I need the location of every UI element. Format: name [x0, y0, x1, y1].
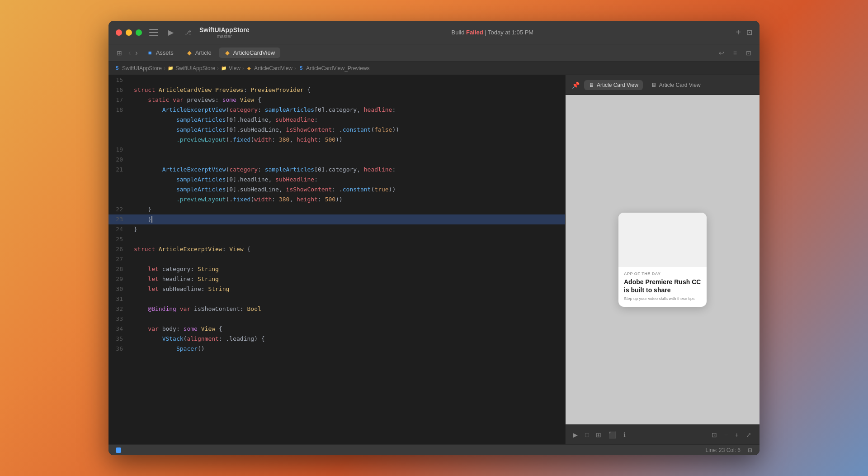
split-editor-button[interactable]: ⊡ — [746, 28, 752, 37]
zoom-out-button[interactable]: − — [722, 430, 731, 439]
inspector-icon-button[interactable]: ⊡ — [743, 48, 754, 57]
line-num-18c — [108, 125, 130, 135]
line-content-18d: .previewLayout(.fixed(width: 380, height… — [130, 135, 565, 145]
line-content-27 — [130, 254, 565, 264]
assets-tab-label: Assets — [156, 49, 174, 56]
traffic-lights — [116, 29, 142, 36]
live-preview-button[interactable]: ▶ — [571, 429, 580, 440]
line-num-30: 30 — [108, 284, 130, 294]
navigator-icon-button[interactable]: ⊞ — [114, 48, 125, 57]
line-content-35: VStack(alignment: .leading) { — [130, 334, 565, 344]
article-tab-icon: ◆ — [186, 50, 193, 56]
line-content-33 — [130, 314, 565, 324]
code-line-35: 35 VStack(alignment: .leading) { — [108, 334, 565, 344]
line-num-25: 25 — [108, 234, 130, 244]
code-editor[interactable]: 15 16 struct ArticleCardView_Previews: P… — [108, 75, 565, 444]
article-tab-label: Article — [195, 49, 212, 56]
zoom-full-button[interactable]: ⤢ — [743, 430, 754, 439]
line-content-21d: .previewLayout(.fixed(width: 380, height… — [130, 195, 565, 205]
project-name-label: SwiftUIAppStore — [199, 26, 249, 33]
line-num-21c — [108, 185, 130, 195]
preview-tab-2-icon: 🖥 — [651, 82, 656, 88]
code-line-27: 27 — [108, 254, 565, 264]
line-num-21: 21 — [108, 165, 130, 175]
pin-button[interactable]: 📌 — [571, 81, 580, 90]
line-num-29: 29 — [108, 274, 130, 284]
close-button[interactable] — [116, 29, 122, 36]
code-line-23: 23 } — [108, 214, 565, 224]
tab-assets[interactable]: ■ Assets — [142, 48, 179, 58]
breadcrumb-bar: S SwiftUIAppStore › 📁 SwiftUIAppStore › … — [108, 62, 760, 75]
bc-sep-4: › — [294, 65, 296, 71]
minimize-button[interactable] — [126, 29, 132, 36]
tab-article[interactable]: ◆ Article — [181, 48, 217, 58]
preview-device-button[interactable]: □ — [583, 429, 590, 440]
bc-view[interactable]: 📁 View — [221, 65, 241, 71]
preview-tab-2-label: Article Card View — [659, 82, 701, 88]
maximize-button[interactable] — [136, 29, 142, 36]
zoom-fit-button[interactable]: ⊡ — [709, 430, 720, 439]
back-button[interactable]: ‹ — [127, 48, 132, 58]
bc-previews[interactable]: S ArticleCardView_Previews — [298, 65, 370, 71]
title-bar-right: + ⊡ — [736, 27, 752, 38]
bc-sep-1: › — [164, 65, 165, 71]
code-line-26: 26 struct ArticleExcerptView: View { — [108, 244, 565, 254]
preview-tab-1[interactable]: 🖥 Article Card View — [584, 80, 643, 90]
bc-icon-1: S — [114, 65, 120, 71]
code-line-19: 19 — [108, 145, 565, 155]
card-body: APP OF THE DAY Adobe Premiere Rush CC is… — [618, 267, 707, 307]
preview-tab-1-icon: 🖥 — [589, 82, 594, 88]
bc-swiftuiappstore-2[interactable]: 📁 SwiftUIAppStore — [167, 65, 215, 71]
bc-icon-2: 📁 — [167, 65, 174, 71]
code-line-24: 24 } — [108, 224, 565, 234]
build-failed-label: Failed — [466, 29, 483, 36]
zoom-in-button[interactable]: + — [732, 430, 741, 439]
code-line-25: 25 — [108, 234, 565, 244]
preview-settings-button[interactable]: ⬛ — [607, 429, 618, 440]
add-button[interactable]: + — [736, 27, 741, 38]
branch-label: master — [217, 33, 232, 39]
title-bar-center: Build Failed | Today at 1:05 PM — [249, 29, 736, 36]
bc-articlecardview[interactable]: ◆ ArticleCardView — [246, 65, 292, 71]
line-content-24: } — [130, 224, 565, 234]
bc-swiftuiappstore-1[interactable]: S SwiftUIAppStore — [114, 65, 162, 71]
code-line-28: 28 let category: String — [108, 264, 565, 274]
code-line-31: 31 — [108, 294, 565, 304]
line-num-34: 34 — [108, 324, 130, 334]
zoom-controls: ⊡ − + ⤢ — [709, 430, 754, 439]
status-bar: Line: 23 Col: 6 ⊡ — [108, 444, 760, 455]
preview-toolbar: ▶ □ ⊞ ⬛ ℹ ⊡ − + ⤢ — [566, 424, 760, 444]
bc-label-1: SwiftUIAppStore — [122, 65, 162, 71]
cardview-tab-icon: ◆ — [224, 50, 231, 56]
bc-sep-3: › — [242, 65, 244, 71]
line-content-18c: sampleArticles[0].subHeadLine, isShowCon… — [130, 125, 565, 135]
line-content-29: let headline: String — [130, 274, 565, 284]
forward-button[interactable]: › — [133, 48, 139, 58]
minimap-icon-button[interactable]: ≡ — [731, 48, 740, 57]
code-line-30: 30 let subHeadline: String — [108, 284, 565, 294]
nav-arrows: ‹ › — [127, 48, 140, 58]
bc-icon-5: S — [298, 65, 304, 71]
code-line-21b: sampleArticles[0].headline, subHeadline: — [108, 175, 565, 185]
preview-tab-2[interactable]: 🖥 Article Card View — [646, 80, 705, 90]
jump-icon-button[interactable]: ↩ — [716, 48, 727, 57]
cursor-position: Line: 23 Col: 6 — [706, 447, 741, 453]
code-line-29: 29 let headline: String — [108, 274, 565, 284]
preview-info-button[interactable]: ℹ — [622, 429, 627, 440]
preview-panel: 📌 🖥 Article Card View 🖥 Article Card Vie… — [565, 75, 760, 444]
line-content-31 — [130, 294, 565, 304]
run-button[interactable]: ▶ — [165, 27, 176, 38]
code-line-18c: sampleArticles[0].subHeadLine, isShowCon… — [108, 125, 565, 135]
code-line-36: 36 Spacer() — [108, 344, 565, 354]
git-button[interactable]: ⎇ — [182, 28, 194, 37]
line-content-28: let category: String — [130, 264, 565, 274]
line-num-23: 23 — [108, 214, 130, 224]
tab-articlecardview[interactable]: ◆ ArticleCardView — [219, 48, 280, 58]
code-line-34: 34 var body: some View { — [108, 324, 565, 334]
preview-grid-button[interactable]: ⊞ — [594, 429, 603, 440]
code-line-18b: sampleArticles[0].headline, subHeadline: — [108, 115, 565, 125]
sidebar-toggle-button[interactable] — [149, 29, 158, 36]
editor-mode-icon: ⊡ — [748, 447, 752, 453]
code-line-22: 22 } — [108, 205, 565, 214]
line-num-15: 15 — [108, 75, 130, 85]
